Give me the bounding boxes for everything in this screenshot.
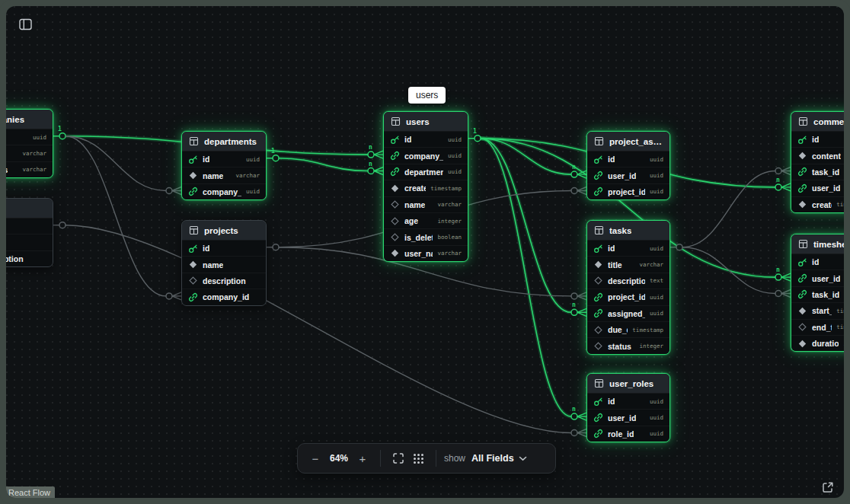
table-row-id[interactable]: id bbox=[6, 218, 53, 234]
key-icon bbox=[593, 244, 603, 254]
table-comments[interactable]: commentsiduuidcontenttexttask_iduuiduser… bbox=[791, 111, 844, 213]
table-header[interactable]: users bbox=[384, 112, 468, 131]
table-row-created_at[interactable]: created_attimestamp bbox=[791, 196, 844, 212]
table-roles[interactable]: rolesidnamedescription bbox=[6, 198, 53, 267]
grid-dots-icon bbox=[413, 453, 424, 464]
table-row-content[interactable]: contenttext bbox=[791, 147, 844, 163]
field-name: id bbox=[608, 397, 615, 406]
cardinality-one-label: 1 bbox=[271, 148, 275, 155]
table-row-status[interactable]: statusinteger bbox=[587, 337, 669, 353]
table-icon bbox=[391, 116, 401, 126]
table-row-title[interactable]: titlevarchar bbox=[587, 256, 669, 272]
table-row-role_id[interactable]: role_iduuid bbox=[587, 426, 669, 442]
table-row-duration_minutes[interactable]: duration_minutesinteger bbox=[791, 335, 844, 351]
table-row-id[interactable]: iduuid bbox=[182, 151, 266, 167]
diagram-canvas[interactable]: 1n1n1nnnnn companiesiduuidnamevarcharadd… bbox=[6, 6, 844, 498]
table-row-user_id[interactable]: user_iduuid bbox=[587, 409, 669, 425]
table-row-id[interactable]: iduuid bbox=[6, 129, 53, 145]
table-row-start_time[interactable]: start_timetimestamp bbox=[791, 302, 844, 318]
table-icon bbox=[189, 225, 199, 235]
diamond-icon bbox=[390, 248, 400, 258]
table-header[interactable]: projects bbox=[182, 221, 266, 240]
table-users[interactable]: usersiduuidcompany_iduuiddepartment_iduu… bbox=[383, 111, 468, 262]
table-header[interactable]: tasks bbox=[587, 221, 669, 240]
react-flow-attribution[interactable]: React Flow bbox=[6, 486, 55, 498]
table-header[interactable]: project_assignments bbox=[587, 132, 669, 151]
table-header[interactable]: companies bbox=[6, 110, 53, 129]
table-row-due_date[interactable]: due_datetimestamp bbox=[587, 321, 669, 337]
table-row-id[interactable]: iduuid bbox=[587, 240, 669, 256]
table-companies[interactable]: companiesiduuidnamevarcharaddressvarchar bbox=[6, 109, 53, 178]
table-icon bbox=[798, 116, 808, 126]
table-header[interactable]: comments bbox=[791, 112, 844, 131]
field-name: user_name bbox=[404, 249, 433, 258]
table-row-project_id[interactable]: project_iduuid bbox=[587, 183, 669, 199]
table-row-task_id[interactable]: task_iduuid bbox=[791, 164, 844, 180]
table-row-address[interactable]: addressvarchar bbox=[6, 161, 53, 177]
fit-view-button[interactable] bbox=[388, 448, 408, 469]
field-name: created_at bbox=[812, 200, 832, 209]
panel-toggle-button[interactable] bbox=[19, 18, 32, 33]
table-header[interactable]: roles bbox=[6, 199, 53, 218]
table-icon bbox=[594, 378, 604, 388]
field-name: duration_minutes bbox=[812, 339, 839, 348]
table-row-description[interactable]: description bbox=[182, 273, 266, 289]
table-header[interactable]: timesheets bbox=[791, 234, 844, 254]
table-row-assigned_user_id[interactable]: assigned_user_iduuid bbox=[587, 305, 669, 321]
table-row-created_at[interactable]: created_attimestamp bbox=[384, 180, 468, 196]
table-row-end_time[interactable]: end_timetimestamp bbox=[791, 319, 844, 335]
field-name: role_id bbox=[608, 429, 634, 439]
table-row-name[interactable]: name bbox=[182, 256, 266, 272]
table-row-id[interactable]: iduuid bbox=[791, 254, 844, 270]
field-type: varchar bbox=[639, 261, 663, 268]
table-row-id[interactable]: iduuid bbox=[587, 151, 669, 167]
diamond-outline-icon bbox=[593, 276, 603, 285]
show-label: show bbox=[444, 453, 465, 464]
cardinality-many-label: n bbox=[572, 406, 576, 413]
table-row-name[interactable]: name bbox=[6, 234, 53, 250]
field-filter-dropdown[interactable]: All Fields bbox=[471, 453, 527, 464]
field-type: integer bbox=[437, 218, 462, 225]
table-row-id[interactable]: iduuid bbox=[384, 131, 468, 147]
table-timesheets[interactable]: timesheetsiduuiduser_iduuidtask_iduuidst… bbox=[791, 234, 844, 352]
field-name: id bbox=[812, 135, 819, 144]
edge-tasks.id-comments.task_id bbox=[682, 171, 775, 247]
table-user_roles[interactable]: user_rolesiduuiduser_iduuidrole_iduuid bbox=[586, 373, 670, 442]
diamond-outline-icon bbox=[797, 322, 807, 332]
table-row-user_id[interactable]: user_iduuid bbox=[791, 270, 844, 285]
table-row-id[interactable]: iduuid bbox=[791, 131, 844, 147]
table-project_assignments[interactable]: project_assignmentsiduuiduser_iduuidproj… bbox=[586, 131, 670, 200]
table-row-user_id[interactable]: user_iduuid bbox=[791, 180, 844, 196]
table-row-is_deleted[interactable]: is_deletedboolean bbox=[384, 228, 468, 244]
table-row-description[interactable]: descriptiontext bbox=[587, 273, 669, 289]
table-row-name[interactable]: namevarchar bbox=[6, 145, 53, 161]
one-marker-circle bbox=[59, 222, 66, 228]
table-tasks[interactable]: tasksiduuidtitlevarchardescriptiontextpr… bbox=[586, 220, 670, 355]
table-row-name[interactable]: namevarchar bbox=[182, 167, 266, 183]
crow-foot-marker bbox=[577, 413, 586, 420]
table-row-department_id[interactable]: department_iduuid bbox=[384, 164, 468, 180]
table-departments[interactable]: departmentsiduuidnamevarcharcompany_iduu… bbox=[181, 131, 267, 200]
table-row-company_id[interactable]: company_iduuid bbox=[384, 147, 468, 163]
table-row-name[interactable]: namevarchar bbox=[384, 196, 468, 212]
table-projects[interactable]: projectsidnamedescriptioncompany_id bbox=[181, 220, 267, 306]
table-row-project_id[interactable]: project_iduuid bbox=[587, 289, 669, 305]
field-type: integer bbox=[843, 340, 844, 347]
table-row-company_id[interactable]: company_id bbox=[182, 289, 266, 305]
table-header[interactable]: departments bbox=[182, 132, 266, 151]
field-name: id bbox=[812, 257, 819, 266]
table-row-age[interactable]: ageinteger bbox=[384, 212, 468, 228]
grid-layout-button[interactable] bbox=[408, 448, 428, 469]
table-row-user_name[interactable]: user_namevarchar bbox=[384, 245, 468, 261]
zoom-in-button[interactable]: + bbox=[353, 448, 372, 469]
table-row-id[interactable]: iduuid bbox=[587, 393, 669, 409]
table-row-user_id[interactable]: user_iduuid bbox=[587, 167, 669, 183]
field-name: description bbox=[203, 276, 246, 285]
table-row-task_id[interactable]: task_iduuid bbox=[791, 286, 844, 302]
table-row-company_id[interactable]: company_iduuid bbox=[182, 183, 266, 199]
table-header[interactable]: user_roles bbox=[587, 374, 669, 393]
zoom-out-button[interactable]: − bbox=[305, 448, 325, 469]
table-row-id[interactable]: id bbox=[182, 240, 266, 256]
external-link-button[interactable] bbox=[821, 480, 835, 497]
table-row-description[interactable]: description bbox=[6, 250, 53, 266]
